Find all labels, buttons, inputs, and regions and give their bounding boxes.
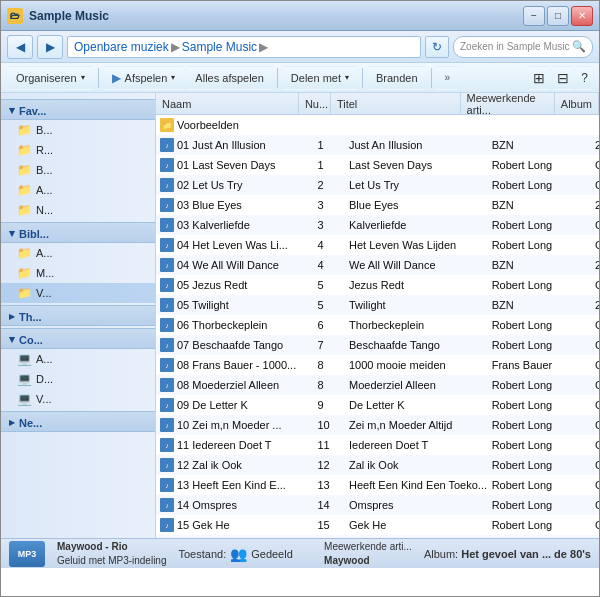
folder-icon: 💻: [17, 392, 32, 406]
table-row[interactable]: ♪ 10 Zei m,n Moeder ... 10 Zei m,n Moede…: [156, 415, 599, 435]
sidebar-header-fav[interactable]: ▾ Fav...: [1, 99, 155, 120]
back-button[interactable]: ◀: [7, 35, 33, 59]
main-area: ▾ Fav... 📁B... 📁R... 📁B... 📁A... 📁N... ▾…: [1, 93, 599, 538]
sidebar-item-a1[interactable]: 📁A...: [1, 180, 155, 200]
table-row[interactable]: ♪ 03 Blue Eyes 3 Blue Eyes BZN 28 Golden…: [156, 195, 599, 215]
col-header-num[interactable]: Nu...: [299, 93, 331, 114]
status-file-type: MP3: [9, 541, 45, 567]
table-row[interactable]: ♪ 07 Beschaafde Tango 7 Beschaafde Tango…: [156, 335, 599, 355]
table-row[interactable]: ♪ 02 Let Us Try 2 Let Us Try Robert Long…: [156, 175, 599, 195]
burn-button[interactable]: Branden: [367, 66, 427, 90]
sidebar-item-b2[interactable]: 📁B...: [1, 160, 155, 180]
address-path[interactable]: Openbare muziek ▶ Sample Music ▶: [67, 36, 421, 58]
table-row[interactable]: 📁 Voorbeelden: [156, 115, 599, 135]
cell-album: Goud op zilver: [591, 159, 599, 171]
table-row[interactable]: ♪ 09 De Letter K 9 De Letter K Robert Lo…: [156, 395, 599, 415]
close-button[interactable]: ✕: [571, 6, 593, 26]
col-header-naam[interactable]: Naam: [156, 93, 299, 114]
cell-naam: ♪ 07 Beschaafde Tango: [156, 338, 313, 352]
col-header-titel[interactable]: Titel: [331, 93, 461, 114]
cell-naam: ♪ 04 Het Leven Was Li...: [156, 238, 313, 252]
sidebar-item-r1[interactable]: 📁R...: [1, 140, 155, 160]
play-all-button[interactable]: Alles afspelen: [186, 66, 273, 90]
table-row[interactable]: ♪ 12 Zal ik Ook 12 Zal ik Ook Robert Lon…: [156, 455, 599, 475]
sidebar-item-b1[interactable]: 📁B...: [1, 120, 155, 140]
help-button[interactable]: ?: [576, 66, 593, 90]
table-row[interactable]: ♪ 15 Gek He 15 Gek He Robert Long Goud o…: [156, 515, 599, 535]
sidebar-item-m1[interactable]: 📁M...: [1, 263, 155, 283]
status-album-value: Het gevoel van ... de 80's: [461, 548, 591, 560]
search-placeholder: Zoeken in Sample Music: [460, 41, 570, 52]
mp3-icon: ♪: [160, 218, 174, 232]
sidebar-header-bibl[interactable]: ▾ Bibl...: [1, 222, 155, 243]
maximize-button[interactable]: □: [547, 6, 569, 26]
minimize-button[interactable]: −: [523, 6, 545, 26]
table-row[interactable]: ♪ 01 Last Seven Days 1 Last Seven Days R…: [156, 155, 599, 175]
window-title: Sample Music: [29, 9, 109, 23]
file-list[interactable]: 📁 Voorbeelden ♪ 01 Just An Illusion 1 Ju…: [156, 115, 599, 538]
more-button[interactable]: »: [436, 66, 460, 90]
mp3-icon: ♪: [160, 338, 174, 352]
table-row[interactable]: ♪ 08 Moederziel Alleen 8 Moederziel Alle…: [156, 375, 599, 395]
sidebar-item-n1[interactable]: 📁N...: [1, 200, 155, 220]
sidebar-section-bibl: ▾ Bibl... 📁A... 📁M... 📁V...: [1, 222, 155, 303]
table-row[interactable]: ♪ 05 Jezus Redt 5 Jezus Redt Robert Long…: [156, 275, 599, 295]
search-box[interactable]: Zoeken in Sample Music 🔍: [453, 36, 593, 58]
folder-icon: 📁: [17, 286, 32, 300]
organise-button[interactable]: Organiseren ▾: [7, 66, 94, 90]
col-header-album[interactable]: Album: [555, 93, 599, 114]
status-info: Maywood - Rio Geluid met MP3-indeling: [57, 540, 167, 568]
sidebar-item-d1[interactable]: 💻D...: [1, 369, 155, 389]
table-row[interactable]: ♪ 01 Just An Illusion 1 Just An Illusion…: [156, 135, 599, 155]
sidebar-item-a2[interactable]: 📁A...: [1, 243, 155, 263]
cell-album: Goud op zilver: [591, 179, 599, 191]
table-row[interactable]: ♪ 08 Frans Bauer - 1000... 8 1000 mooie …: [156, 355, 599, 375]
table-row[interactable]: ♪ 13 Heeft Een Kind E... 13 Heeft Een Ki…: [156, 475, 599, 495]
toolbar-sep-4: [431, 68, 432, 88]
mp3-icon: ♪: [160, 498, 174, 512]
sidebar-section-co: ▾ Co... 💻A... 💻D... 💻V...: [1, 328, 155, 409]
status-encoding: Geluid met MP3-indeling: [57, 554, 167, 568]
table-row[interactable]: ♪ 11 Iedereen Doet T 11 Iedereen Doet T …: [156, 435, 599, 455]
forward-button[interactable]: ▶: [37, 35, 63, 59]
table-row[interactable]: ♪ 05 Twilight 5 Twilight BZN 28 Golden H…: [156, 295, 599, 315]
sidebar-header-co[interactable]: ▾ Co...: [1, 328, 155, 349]
cell-album: 28 Golden Hits: [591, 139, 599, 151]
table-row[interactable]: ♪ 16 Nooit Meer War... 16 Nooit Meer War…: [156, 535, 599, 538]
share-button[interactable]: Delen met ▾: [282, 66, 358, 90]
cell-meewerk: Robert Long: [488, 339, 591, 351]
table-row[interactable]: ♪ 04 Het Leven Was Li... 4 Het Leven Was…: [156, 235, 599, 255]
col-header-meewerk[interactable]: Meewerkende arti...: [461, 93, 555, 114]
status-bar: MP3 Maywood - Rio Geluid met MP3-indelin…: [1, 538, 599, 568]
play-button[interactable]: ▶ Afspelen ▾: [103, 66, 185, 90]
cell-meewerk: Robert Long: [488, 479, 591, 491]
sidebar-header-th[interactable]: ▸ Th...: [1, 305, 155, 326]
table-row[interactable]: ♪ 04 We All Will Dance 4 We All Will Dan…: [156, 255, 599, 275]
cell-titel: Last Seven Days: [345, 159, 488, 171]
sidebar-header-ne[interactable]: ▸ Ne...: [1, 411, 155, 432]
cell-naam: ♪ 15 Gek He: [156, 518, 313, 532]
status-label: Toestand:: [179, 548, 227, 560]
sidebar-item-v2[interactable]: 💻V...: [1, 389, 155, 409]
cell-album: Goud op zilver: [591, 519, 599, 531]
breadcrumb-item-1[interactable]: Openbare muziek: [74, 40, 169, 54]
cell-naam: ♪ 09 De Letter K: [156, 398, 313, 412]
sidebar-item-a3[interactable]: 💻A...: [1, 349, 155, 369]
mp3-icon: ♪: [160, 458, 174, 472]
status-shared: Toestand: 👥 Gedeeld: [179, 546, 293, 562]
toolbar-sep-1: [98, 68, 99, 88]
table-row[interactable]: ♪ 03 Kalverliefde 3 Kalverliefde Robert …: [156, 215, 599, 235]
cell-naam: ♪ 01 Last Seven Days: [156, 158, 313, 172]
sidebar-item-v1[interactable]: 📁V...: [1, 283, 155, 303]
chevron-down-icon: ▾: [9, 227, 15, 240]
mp3-icon: ♪: [160, 478, 174, 492]
cell-meewerk: Robert Long: [488, 459, 591, 471]
refresh-button[interactable]: ↻: [425, 36, 449, 58]
table-row[interactable]: ♪ 06 Thorbeckeplein 6 Thorbeckeplein Rob…: [156, 315, 599, 335]
view-options-button[interactable]: ⊞: [528, 66, 550, 90]
view-toggle-button[interactable]: ⊟: [552, 66, 574, 90]
table-row[interactable]: ♪ 14 Omspres 14 Omspres Robert Long Goud…: [156, 495, 599, 515]
title-bar-controls: − □ ✕: [523, 6, 593, 26]
breadcrumb-item-2[interactable]: Sample Music: [182, 40, 257, 54]
cell-titel: Beschaafde Tango: [345, 339, 488, 351]
